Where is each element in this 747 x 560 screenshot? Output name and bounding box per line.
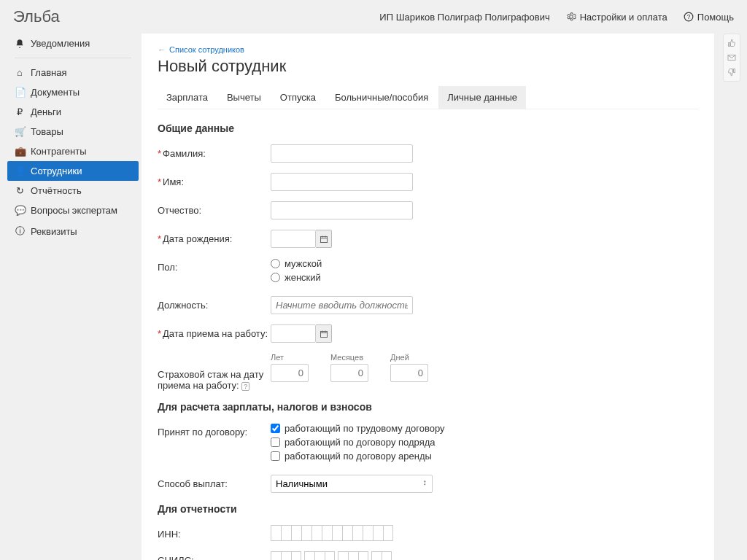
hiredate-calendar-button[interactable]: [316, 324, 332, 343]
tab-4[interactable]: Личные данные: [438, 86, 526, 109]
days-label: Дней: [390, 353, 428, 362]
svg-rect-3: [320, 236, 327, 242]
mail-icon[interactable]: [727, 53, 736, 62]
name-input[interactable]: [271, 173, 413, 191]
tab-0[interactable]: Зарплата: [158, 86, 217, 109]
nav-notifications[interactable]: Уведомления: [7, 34, 139, 53]
nav-label: Деньги: [31, 106, 61, 117]
birthdate-input[interactable]: [271, 230, 316, 248]
gear-icon: [566, 12, 576, 22]
tab-2[interactable]: Отпуска: [271, 86, 325, 109]
nav-case[interactable]: 💼Контрагенты: [7, 141, 139, 161]
money-icon: ₽: [15, 106, 25, 117]
label-contract: Принят по договору:: [158, 427, 247, 438]
position-input[interactable]: [271, 296, 413, 314]
paymethod-select[interactable]: Наличными: [271, 475, 433, 493]
label-name: Имя:: [163, 176, 184, 187]
snils-input-3[interactable]: [338, 551, 368, 560]
help-label: Помощь: [697, 12, 734, 23]
label-patronymic: Отчество:: [158, 205, 201, 216]
nav-cart[interactable]: 🛒Товары: [7, 122, 139, 141]
help-icon[interactable]: ?: [241, 382, 249, 391]
nav-label: Контрагенты: [31, 146, 87, 157]
settings-label: Настройки и оплата: [580, 12, 667, 23]
label-inn: ИНН:: [158, 529, 181, 540]
info-icon: ⓘ: [15, 225, 25, 238]
months-input[interactable]: [330, 364, 368, 382]
thumbs-down-icon[interactable]: [727, 68, 736, 77]
doc-icon: 📄: [15, 87, 25, 98]
label-snils: СНИЛС:: [158, 555, 194, 560]
user-icon: 👤: [15, 166, 25, 176]
side-actionbar: [723, 34, 740, 82]
bell-icon: [15, 39, 25, 49]
help-icon: ?: [684, 12, 694, 22]
nav-label: Сотрудники: [31, 166, 82, 176]
snils-input-2[interactable]: [304, 551, 335, 560]
label-position: Должность:: [158, 300, 208, 311]
nav-money[interactable]: ₽Деньги: [7, 102, 139, 122]
back-label: Список сотрудников: [169, 45, 244, 54]
tab-3[interactable]: Больничные/пособия: [326, 86, 437, 109]
svg-rect-4: [320, 331, 327, 337]
snils-input-1[interactable]: [271, 551, 301, 560]
label-birthdate: Дата рождения:: [163, 233, 232, 244]
label-paymethod: Способ выплат:: [158, 478, 228, 489]
nav-label: Главная: [31, 67, 66, 78]
sex-female-radio[interactable]: [271, 273, 280, 282]
nav-label: Вопросы экспертам: [31, 205, 117, 216]
nav-chat[interactable]: 💬Вопросы экспертам: [7, 201, 139, 220]
section-general: Общие данные: [158, 122, 698, 134]
thumbs-up-icon[interactable]: [727, 39, 736, 47]
inn-input[interactable]: [271, 525, 695, 541]
nav-home[interactable]: ⌂Главная: [7, 63, 139, 82]
svg-text:?: ?: [687, 14, 691, 20]
nav-label: Товары: [31, 126, 63, 137]
nav-label: Документы: [31, 87, 80, 98]
nav-label: Уведомления: [31, 38, 90, 49]
contract-labor-checkbox[interactable]: [271, 424, 280, 433]
section-report: Для отчетности: [158, 503, 698, 515]
birthdate-calendar-button[interactable]: [316, 230, 332, 248]
contract-podryad-label: работающий по договору подряда: [285, 437, 436, 448]
contract-arenda-label: работающий по договору аренды: [285, 451, 432, 462]
tab-1[interactable]: Вычеты: [218, 86, 270, 109]
calendar-icon: [320, 235, 328, 244]
surname-input[interactable]: [271, 144, 413, 163]
years-label: Лет: [271, 353, 309, 362]
section-calc: Для расчета зарплаты, налогов и взносов: [158, 401, 698, 413]
help-link[interactable]: ? Помощь: [684, 12, 734, 23]
case-icon: 💼: [15, 146, 25, 157]
nav-refresh[interactable]: ↻Отчётность: [7, 181, 139, 201]
years-input[interactable]: [271, 364, 309, 382]
chat-icon: 💬: [15, 205, 25, 216]
nav-user[interactable]: 👤Сотрудники: [7, 161, 139, 181]
nav-label: Реквизиты: [31, 226, 77, 237]
refresh-icon: ↻: [15, 185, 25, 196]
patronymic-input[interactable]: [271, 201, 413, 219]
contract-podryad-checkbox[interactable]: [271, 438, 280, 447]
calendar-icon: [320, 330, 328, 338]
page-title: Новый сотрудник: [158, 57, 698, 76]
sex-male-radio[interactable]: [271, 259, 280, 268]
label-hiredate: Дата приема на работу:: [163, 328, 268, 339]
label-surname: Фамилия:: [163, 148, 206, 159]
sex-female-label: женский: [285, 272, 321, 283]
nav-doc[interactable]: 📄Документы: [7, 82, 139, 102]
contract-labor-label: работающий по трудовому договору: [285, 423, 445, 434]
home-icon: ⌂: [15, 67, 25, 78]
nav-label: Отчётность: [31, 185, 82, 196]
contract-arenda-checkbox[interactable]: [271, 451, 280, 461]
cart-icon: 🛒: [15, 126, 25, 137]
label-sex: Пол:: [158, 262, 178, 273]
days-input[interactable]: [390, 364, 428, 382]
settings-link[interactable]: Настройки и оплата: [566, 12, 667, 23]
snils-input-4[interactable]: [371, 551, 392, 560]
nav-info[interactable]: ⓘРеквизиты: [7, 220, 139, 242]
back-link[interactable]: ← Список сотрудников: [158, 45, 244, 54]
sex-male-label: мужской: [285, 258, 322, 269]
org-name[interactable]: ИП Шариков Полиграф Полиграфович: [379, 12, 549, 23]
hiredate-input[interactable]: [271, 324, 316, 343]
months-label: Месяцев: [330, 353, 368, 362]
brand-logo: Эльба: [13, 7, 60, 26]
